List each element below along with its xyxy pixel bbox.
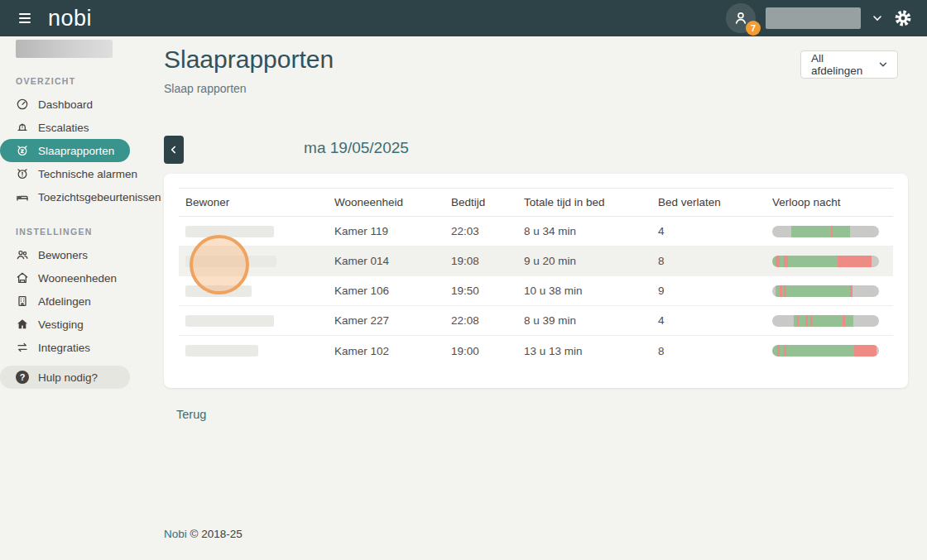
bar-segment-gray	[850, 226, 879, 237]
totale-tijd-cell: 10 u 38 min	[524, 285, 658, 297]
sidebar-item-label: Escalaties	[38, 122, 89, 134]
sidebar-section-label: INSTELLINGEN	[16, 227, 149, 237]
dashboard-icon	[16, 98, 29, 111]
house-bed-icon	[16, 271, 29, 285]
table-row[interactable]: Kamer 11922:038 u 34 min4	[179, 217, 893, 246]
sidebar-item-bewoners[interactable]: Bewoners	[0, 243, 130, 266]
verloop-nacht-cell	[772, 256, 893, 267]
column-header: Wooneenheid	[334, 196, 451, 208]
column-header: Bedtijd	[451, 196, 524, 208]
bed-verlaten-cell: 9	[658, 285, 772, 297]
sidebar-item-label: Bewoners	[38, 249, 88, 261]
resident-name-redacted	[185, 226, 274, 237]
question-icon: ?	[16, 371, 29, 384]
sidebar: OVERZICHTDashboardEscalatiesSlaaprapport…	[0, 36, 149, 560]
sidebar-item-label: Technische alarmen	[38, 168, 137, 180]
bar-segment-gray	[853, 315, 879, 327]
page-subtitle: Slaap rapporten	[164, 82, 908, 95]
bedtijd-cell: 22:03	[451, 225, 524, 237]
footer-copyright: © 2018-25	[190, 528, 243, 540]
wooneenheid-cell: Kamer 106	[334, 285, 451, 297]
footer: Nobi © 2018-25	[164, 528, 908, 540]
table-body: Kamer 11922:038 u 34 min4Kamer 01419:089…	[179, 217, 893, 366]
sidebar-item-toezichtsgebeurtenissen[interactable]: Toezichtsgebeurtenissen	[0, 185, 130, 208]
verloop-nacht-cell	[772, 226, 893, 237]
bewoner-cell	[179, 345, 334, 357]
totale-tijd-cell: 13 u 13 min	[524, 345, 658, 357]
table-row[interactable]: Kamer 10619:5010 u 38 min9	[179, 276, 893, 306]
sidebar-item-label: Vestiging	[38, 318, 84, 331]
back-link[interactable]: Terug	[176, 408, 206, 421]
night-progress-bar	[772, 226, 879, 237]
people-icon	[16, 248, 29, 261]
avatar[interactable]: 7	[726, 3, 756, 33]
column-header: Verloop nacht	[772, 196, 893, 208]
chevron-down-icon	[877, 59, 889, 70]
table-row[interactable]: Kamer 10219:0013 u 13 min8	[179, 336, 893, 366]
bar-segment-green	[791, 226, 831, 237]
wooneenheid-cell: Kamer 227	[334, 314, 451, 327]
bedtijd-cell: 19:00	[451, 345, 524, 357]
footer-brand-link[interactable]: Nobi	[164, 528, 187, 540]
totale-tijd-cell: 8 u 34 min	[524, 225, 658, 237]
resident-name-redacted	[185, 256, 276, 267]
wooneenheid-cell: Kamer 119	[334, 225, 451, 237]
night-progress-bar	[772, 315, 879, 327]
column-header: Totale tijd in bed	[524, 196, 658, 208]
sidebar-item-slaaprapporten[interactable]: Slaaprapporten	[0, 139, 130, 162]
verloop-nacht-cell	[772, 315, 893, 327]
page-title: Slaaprapporten	[164, 45, 908, 74]
organization-name-redacted	[16, 40, 113, 58]
sidebar-item-afdelingen[interactable]: Afdelingen	[0, 290, 130, 313]
bar-segment-gray	[877, 345, 879, 357]
bar-segment-green	[845, 315, 853, 327]
sidebar-item-hulp-nodig[interactable]: ?Hulp nodig?	[0, 366, 130, 389]
night-progress-bar	[772, 345, 879, 357]
bar-segment-gray	[772, 226, 791, 237]
bedtijd-cell: 19:50	[451, 285, 524, 297]
bar-segment-red	[854, 345, 877, 357]
sidebar-item-vestiging[interactable]: Vestiging	[0, 313, 130, 336]
user-name-redacted	[766, 7, 861, 29]
bed-verlaten-cell: 8	[658, 255, 772, 267]
sidebar-item-label: Integraties	[38, 342, 90, 354]
table-row[interactable]: Kamer 22722:088 u 39 min4	[179, 306, 893, 336]
bar-segment-gray	[853, 285, 879, 297]
alert-icon	[16, 121, 29, 134]
notification-badge: 7	[746, 21, 761, 36]
bar-segment-green	[786, 285, 850, 297]
bar-segment-green	[813, 315, 843, 327]
alarm-sleep-icon	[16, 144, 29, 157]
department-filter-value: All afdelingen	[811, 52, 877, 77]
hamburger-menu-icon[interactable]	[15, 8, 35, 28]
home-icon	[16, 318, 29, 331]
table-row[interactable]: Kamer 01419:089 u 20 min8	[179, 246, 893, 276]
verloop-nacht-cell	[772, 285, 893, 297]
bewoner-cell	[179, 226, 334, 237]
sidebar-item-label: Wooneenheden	[38, 272, 117, 285]
column-header: Bed verlaten	[658, 196, 772, 208]
sidebar-item-wooneenheden[interactable]: Wooneenheden	[0, 266, 130, 290]
sidebar-item-technische-alarmen[interactable]: Technische alarmen	[0, 162, 130, 185]
sidebar-item-escalaties[interactable]: Escalaties	[0, 116, 130, 139]
current-date-label: ma 19/05/2025	[164, 139, 549, 157]
sidebar-item-label: Toezichtsgebeurtenissen	[38, 191, 161, 203]
gear-icon[interactable]	[894, 9, 912, 27]
sidebar-item-integraties[interactable]: Integraties	[0, 336, 130, 359]
sidebar-item-label: Hulp nodig?	[38, 371, 98, 384]
building-icon	[16, 294, 29, 308]
bed-monitor-icon	[16, 190, 29, 203]
department-filter-select[interactable]: All afdelingen	[800, 50, 898, 79]
sidebar-item-dashboard[interactable]: Dashboard	[0, 93, 130, 116]
topbar: nobi 7	[0, 0, 927, 36]
sidebar-item-label: Afdelingen	[38, 295, 91, 308]
bewoner-cell	[179, 315, 334, 327]
bewoner-cell	[179, 256, 334, 267]
sidebar-item-label: Dashboard	[38, 98, 93, 111]
bar-segment-green	[833, 226, 850, 237]
bewoner-cell	[179, 285, 334, 297]
bar-segment-green	[799, 315, 805, 327]
date-navigation: ma 19/05/2025	[164, 136, 549, 164]
chevron-down-icon[interactable]	[871, 12, 884, 25]
totale-tijd-cell: 8 u 39 min	[524, 314, 658, 327]
